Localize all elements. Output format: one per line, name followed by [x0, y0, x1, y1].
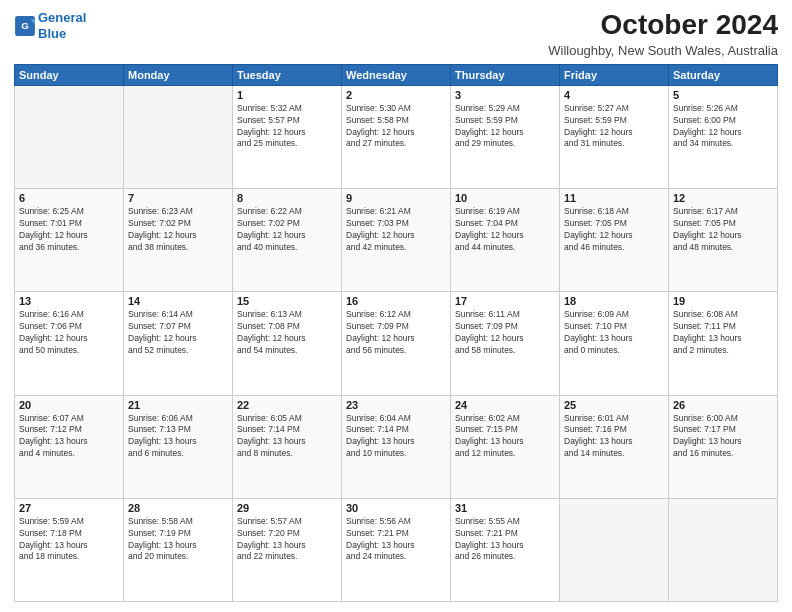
- day-number: 30: [346, 502, 446, 514]
- calendar-cell: 20Sunrise: 6:07 AMSunset: 7:12 PMDayligh…: [15, 395, 124, 498]
- calendar-cell: 29Sunrise: 5:57 AMSunset: 7:20 PMDayligh…: [233, 498, 342, 601]
- day-info: Sunrise: 6:18 AMSunset: 7:05 PMDaylight:…: [564, 206, 664, 254]
- calendar-table: SundayMondayTuesdayWednesdayThursdayFrid…: [14, 64, 778, 602]
- calendar-cell: 4Sunrise: 5:27 AMSunset: 5:59 PMDaylight…: [560, 85, 669, 188]
- calendar-cell: 8Sunrise: 6:22 AMSunset: 7:02 PMDaylight…: [233, 189, 342, 292]
- day-info: Sunrise: 5:56 AMSunset: 7:21 PMDaylight:…: [346, 516, 446, 564]
- weekday-header: Thursday: [451, 64, 560, 85]
- calendar-cell: 14Sunrise: 6:14 AMSunset: 7:07 PMDayligh…: [124, 292, 233, 395]
- calendar-week-row: 27Sunrise: 5:59 AMSunset: 7:18 PMDayligh…: [15, 498, 778, 601]
- day-info: Sunrise: 6:00 AMSunset: 7:17 PMDaylight:…: [673, 413, 773, 461]
- day-number: 31: [455, 502, 555, 514]
- day-number: 27: [19, 502, 119, 514]
- day-info: Sunrise: 5:32 AMSunset: 5:57 PMDaylight:…: [237, 103, 337, 151]
- day-number: 22: [237, 399, 337, 411]
- calendar-cell: 15Sunrise: 6:13 AMSunset: 7:08 PMDayligh…: [233, 292, 342, 395]
- day-info: Sunrise: 6:13 AMSunset: 7:08 PMDaylight:…: [237, 309, 337, 357]
- day-info: Sunrise: 5:30 AMSunset: 5:58 PMDaylight:…: [346, 103, 446, 151]
- day-number: 3: [455, 89, 555, 101]
- day-number: 14: [128, 295, 228, 307]
- day-info: Sunrise: 5:57 AMSunset: 7:20 PMDaylight:…: [237, 516, 337, 564]
- day-info: Sunrise: 6:11 AMSunset: 7:09 PMDaylight:…: [455, 309, 555, 357]
- calendar-cell: 22Sunrise: 6:05 AMSunset: 7:14 PMDayligh…: [233, 395, 342, 498]
- day-number: 15: [237, 295, 337, 307]
- weekday-header: Friday: [560, 64, 669, 85]
- calendar-title: October 2024: [548, 10, 778, 41]
- day-info: Sunrise: 6:17 AMSunset: 7:05 PMDaylight:…: [673, 206, 773, 254]
- calendar-cell: 7Sunrise: 6:23 AMSunset: 7:02 PMDaylight…: [124, 189, 233, 292]
- weekday-header: Wednesday: [342, 64, 451, 85]
- day-info: Sunrise: 5:26 AMSunset: 6:00 PMDaylight:…: [673, 103, 773, 151]
- calendar-cell: 10Sunrise: 6:19 AMSunset: 7:04 PMDayligh…: [451, 189, 560, 292]
- calendar-cell: 16Sunrise: 6:12 AMSunset: 7:09 PMDayligh…: [342, 292, 451, 395]
- calendar-cell: 5Sunrise: 5:26 AMSunset: 6:00 PMDaylight…: [669, 85, 778, 188]
- calendar-cell: 2Sunrise: 5:30 AMSunset: 5:58 PMDaylight…: [342, 85, 451, 188]
- day-info: Sunrise: 5:55 AMSunset: 7:21 PMDaylight:…: [455, 516, 555, 564]
- weekday-header-row: SundayMondayTuesdayWednesdayThursdayFrid…: [15, 64, 778, 85]
- day-info: Sunrise: 6:25 AMSunset: 7:01 PMDaylight:…: [19, 206, 119, 254]
- day-info: Sunrise: 5:27 AMSunset: 5:59 PMDaylight:…: [564, 103, 664, 151]
- day-number: 26: [673, 399, 773, 411]
- calendar-cell: 25Sunrise: 6:01 AMSunset: 7:16 PMDayligh…: [560, 395, 669, 498]
- day-info: Sunrise: 6:02 AMSunset: 7:15 PMDaylight:…: [455, 413, 555, 461]
- day-info: Sunrise: 6:22 AMSunset: 7:02 PMDaylight:…: [237, 206, 337, 254]
- calendar-week-row: 1Sunrise: 5:32 AMSunset: 5:57 PMDaylight…: [15, 85, 778, 188]
- calendar-cell: [669, 498, 778, 601]
- page: G General Blue October 2024 Willoughby, …: [0, 0, 792, 612]
- day-number: 17: [455, 295, 555, 307]
- calendar-cell: 6Sunrise: 6:25 AMSunset: 7:01 PMDaylight…: [15, 189, 124, 292]
- weekday-header: Sunday: [15, 64, 124, 85]
- day-number: 24: [455, 399, 555, 411]
- day-info: Sunrise: 6:12 AMSunset: 7:09 PMDaylight:…: [346, 309, 446, 357]
- day-number: 20: [19, 399, 119, 411]
- day-number: 25: [564, 399, 664, 411]
- day-number: 29: [237, 502, 337, 514]
- calendar-cell: 26Sunrise: 6:00 AMSunset: 7:17 PMDayligh…: [669, 395, 778, 498]
- svg-text:G: G: [21, 20, 29, 31]
- calendar-cell: 11Sunrise: 6:18 AMSunset: 7:05 PMDayligh…: [560, 189, 669, 292]
- day-info: Sunrise: 6:09 AMSunset: 7:10 PMDaylight:…: [564, 309, 664, 357]
- calendar-cell: 30Sunrise: 5:56 AMSunset: 7:21 PMDayligh…: [342, 498, 451, 601]
- day-number: 16: [346, 295, 446, 307]
- day-number: 23: [346, 399, 446, 411]
- calendar-cell: 12Sunrise: 6:17 AMSunset: 7:05 PMDayligh…: [669, 189, 778, 292]
- day-info: Sunrise: 6:14 AMSunset: 7:07 PMDaylight:…: [128, 309, 228, 357]
- calendar-cell: 1Sunrise: 5:32 AMSunset: 5:57 PMDaylight…: [233, 85, 342, 188]
- day-info: Sunrise: 6:01 AMSunset: 7:16 PMDaylight:…: [564, 413, 664, 461]
- calendar-cell: 13Sunrise: 6:16 AMSunset: 7:06 PMDayligh…: [15, 292, 124, 395]
- day-info: Sunrise: 6:07 AMSunset: 7:12 PMDaylight:…: [19, 413, 119, 461]
- calendar-cell: 23Sunrise: 6:04 AMSunset: 7:14 PMDayligh…: [342, 395, 451, 498]
- logo: G General Blue: [14, 10, 86, 41]
- calendar-cell: 17Sunrise: 6:11 AMSunset: 7:09 PMDayligh…: [451, 292, 560, 395]
- logo-line1: General: [38, 10, 86, 25]
- day-number: 7: [128, 192, 228, 204]
- weekday-header: Saturday: [669, 64, 778, 85]
- calendar-week-row: 13Sunrise: 6:16 AMSunset: 7:06 PMDayligh…: [15, 292, 778, 395]
- calendar-cell: 18Sunrise: 6:09 AMSunset: 7:10 PMDayligh…: [560, 292, 669, 395]
- day-number: 19: [673, 295, 773, 307]
- day-number: 1: [237, 89, 337, 101]
- day-number: 13: [19, 295, 119, 307]
- calendar-cell: 27Sunrise: 5:59 AMSunset: 7:18 PMDayligh…: [15, 498, 124, 601]
- day-number: 10: [455, 192, 555, 204]
- calendar-cell: 19Sunrise: 6:08 AMSunset: 7:11 PMDayligh…: [669, 292, 778, 395]
- day-number: 2: [346, 89, 446, 101]
- day-number: 8: [237, 192, 337, 204]
- calendar-cell: 31Sunrise: 5:55 AMSunset: 7:21 PMDayligh…: [451, 498, 560, 601]
- day-info: Sunrise: 6:21 AMSunset: 7:03 PMDaylight:…: [346, 206, 446, 254]
- day-info: Sunrise: 6:08 AMSunset: 7:11 PMDaylight:…: [673, 309, 773, 357]
- day-info: Sunrise: 6:06 AMSunset: 7:13 PMDaylight:…: [128, 413, 228, 461]
- calendar-cell: 21Sunrise: 6:06 AMSunset: 7:13 PMDayligh…: [124, 395, 233, 498]
- weekday-header: Tuesday: [233, 64, 342, 85]
- calendar-week-row: 6Sunrise: 6:25 AMSunset: 7:01 PMDaylight…: [15, 189, 778, 292]
- day-info: Sunrise: 6:19 AMSunset: 7:04 PMDaylight:…: [455, 206, 555, 254]
- calendar-subtitle: Willoughby, New South Wales, Australia: [548, 43, 778, 58]
- day-info: Sunrise: 5:29 AMSunset: 5:59 PMDaylight:…: [455, 103, 555, 151]
- weekday-header: Monday: [124, 64, 233, 85]
- day-info: Sunrise: 6:16 AMSunset: 7:06 PMDaylight:…: [19, 309, 119, 357]
- day-info: Sunrise: 6:23 AMSunset: 7:02 PMDaylight:…: [128, 206, 228, 254]
- calendar-cell: 3Sunrise: 5:29 AMSunset: 5:59 PMDaylight…: [451, 85, 560, 188]
- logo-text: General Blue: [38, 10, 86, 41]
- day-number: 5: [673, 89, 773, 101]
- logo-line2: Blue: [38, 26, 66, 41]
